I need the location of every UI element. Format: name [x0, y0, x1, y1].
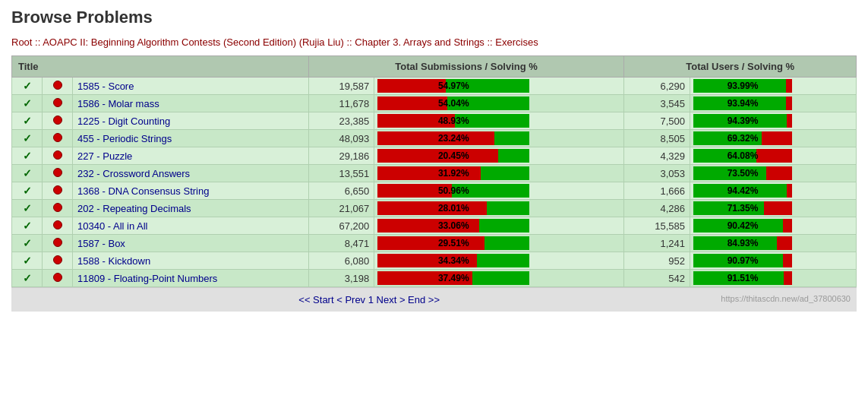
problem-link[interactable]: 455 - Periodic Strings — [77, 133, 172, 144]
user-bar: 94.39% — [693, 114, 792, 128]
red-circle-icon — [53, 238, 62, 247]
url-hint: https://thitascdn.new/ad_37800630 — [721, 294, 851, 303]
red-circle-icon — [53, 81, 62, 90]
user-count: 6,290 — [624, 78, 690, 95]
user-count: 3,545 — [624, 95, 690, 112]
problem-title[interactable]: 227 - Puzzle — [73, 147, 309, 165]
user-bar-cell: 91.51% — [690, 270, 857, 287]
submission-bar-cell: 31.92% — [374, 165, 624, 182]
submission-bar-cell: 20.45% — [374, 147, 624, 165]
submission-bar-cell: 29.51% — [374, 235, 624, 252]
submission-bar: 31.92% — [377, 166, 529, 180]
problem-link[interactable]: 202 - Repeating Decimals — [77, 203, 191, 214]
pagination-link[interactable]: << Start < Prev 1 Next > End >> — [298, 294, 440, 305]
red-circle-icon — [53, 150, 62, 160]
submission-bar: 48.93% — [377, 114, 529, 128]
problem-link[interactable]: 1588 - Kickdown — [77, 255, 150, 267]
icon-cell: ✓ — [12, 235, 43, 252]
status-icon-cell — [43, 147, 73, 165]
submission-count: 6,080 — [308, 252, 374, 270]
check-icon: ✓ — [23, 237, 32, 249]
icon-cell: ✓ — [12, 147, 43, 165]
problem-link[interactable]: 227 - Puzzle — [77, 150, 132, 162]
submission-bar: 54.04% — [377, 97, 529, 110]
bar-label: 54.04% — [377, 97, 529, 110]
user-bar-label: 93.99% — [693, 79, 792, 93]
problem-title[interactable]: 1586 - Molar mass — [73, 95, 309, 112]
user-count: 4,286 — [624, 200, 690, 217]
bar-label: 20.45% — [377, 149, 529, 163]
problem-title[interactable]: 11809 - Floating-Point Numbers — [73, 270, 309, 287]
problem-title[interactable]: 1587 - Box — [73, 235, 309, 252]
bar-label: 23.24% — [377, 131, 529, 145]
icon-cell: ✓ — [12, 95, 43, 112]
problem-link[interactable]: 1586 - Molar mass — [77, 98, 159, 109]
problem-link[interactable]: 1585 - Score — [77, 81, 134, 92]
user-bar-label: 71.35% — [693, 201, 792, 215]
problem-title[interactable]: 232 - Crossword Answers — [73, 165, 309, 182]
user-count: 952 — [624, 252, 690, 270]
user-count: 1,666 — [624, 182, 690, 200]
user-bar-cell: 94.42% — [690, 182, 857, 200]
submission-bar: 33.06% — [377, 219, 529, 233]
user-bar: 64.08% — [693, 149, 792, 163]
user-bar: 90.42% — [693, 219, 792, 233]
red-circle-icon — [53, 273, 62, 282]
problem-link[interactable]: 232 - Crossword Answers — [77, 168, 190, 179]
page-title: Browse Problems — [11, 8, 857, 27]
user-count: 3,053 — [624, 165, 690, 182]
status-icon-cell — [43, 235, 73, 252]
problem-link[interactable]: 1368 - DNA Consensus String — [77, 185, 209, 197]
icon-cell: ✓ — [12, 112, 43, 130]
red-circle-icon — [53, 220, 62, 229]
problem-title[interactable]: 1588 - Kickdown — [73, 252, 309, 270]
problem-link[interactable]: 1587 - Box — [77, 238, 125, 249]
user-bar-label: 91.51% — [693, 271, 792, 285]
status-icon-cell — [43, 252, 73, 270]
user-bar: 73.50% — [693, 166, 792, 180]
problem-title[interactable]: 1225 - Digit Counting — [73, 112, 309, 130]
check-icon: ✓ — [23, 150, 32, 162]
problem-title[interactable]: 455 - Periodic Strings — [73, 130, 309, 147]
user-bar: 91.51% — [693, 271, 792, 285]
bar-label: 37.49% — [377, 271, 529, 285]
bar-label: 54.97% — [377, 79, 529, 93]
submission-bar-cell: 54.04% — [374, 95, 624, 112]
icon-cell: ✓ — [12, 270, 43, 287]
icon-cell: ✓ — [12, 200, 43, 217]
user-bar: 94.42% — [693, 184, 792, 198]
red-circle-icon — [53, 203, 62, 212]
bar-label: 33.06% — [377, 219, 529, 233]
user-bar-label: 93.94% — [693, 97, 792, 110]
col-submissions: Total Submissions / Solving % — [308, 56, 624, 78]
bar-label: 29.51% — [377, 236, 529, 250]
submission-bar-cell: 50.96% — [374, 182, 624, 200]
check-icon: ✓ — [23, 132, 32, 144]
submission-count: 13,551 — [308, 165, 374, 182]
problem-title[interactable]: 10340 - All in All — [73, 217, 309, 235]
user-count: 542 — [624, 270, 690, 287]
user-bar-cell: 84.93% — [690, 235, 857, 252]
problem-title[interactable]: 1368 - DNA Consensus String — [73, 182, 309, 200]
user-bar-cell: 90.97% — [690, 252, 857, 270]
user-bar-cell: 90.42% — [690, 217, 857, 235]
red-circle-icon — [53, 185, 62, 195]
table-row: ✓455 - Periodic Strings48,093 23.24% 8,5… — [12, 130, 857, 147]
problem-title[interactable]: 202 - Repeating Decimals — [73, 200, 309, 217]
problem-title[interactable]: 1585 - Score — [73, 78, 309, 95]
status-icon-cell — [43, 130, 73, 147]
status-icon-cell — [43, 182, 73, 200]
problem-link[interactable]: 1225 - Digit Counting — [77, 115, 170, 127]
submission-count: 3,198 — [308, 270, 374, 287]
user-bar: 90.97% — [693, 254, 792, 267]
icon-cell: ✓ — [12, 165, 43, 182]
col-users: Total Users / Solving % — [624, 56, 857, 78]
problem-link[interactable]: 10340 - All in All — [77, 220, 148, 232]
user-count: 4,329 — [624, 147, 690, 165]
user-bar-label: 84.93% — [693, 236, 792, 250]
table-row: ✓1368 - DNA Consensus String6,650 50.96%… — [12, 182, 857, 200]
table-row: ✓10340 - All in All67,200 33.06% 15,585 … — [12, 217, 857, 235]
submission-bar-cell: 37.49% — [374, 270, 624, 287]
problem-link[interactable]: 11809 - Floating-Point Numbers — [77, 273, 217, 284]
check-icon: ✓ — [23, 202, 32, 214]
